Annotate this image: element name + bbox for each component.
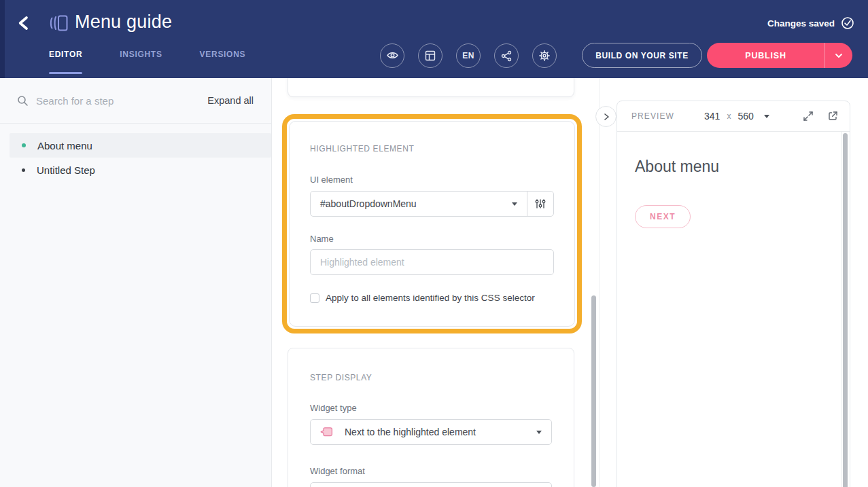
card-heading: STEP DISPLAY [310,373,552,382]
widget-format-label: Widget format [310,466,552,476]
back-chevron-icon [16,15,31,31]
tab-editor[interactable]: EDITOR [49,50,82,66]
preview-heading: PREVIEW [631,111,674,121]
language-button[interactable]: EN [456,43,481,68]
editor-scrollbar-thumb[interactable] [591,295,596,487]
preview-height-value: 560 [737,111,753,122]
dropdown-caret-icon [512,202,517,206]
back-button[interactable] [16,14,35,33]
highlighted-element-card: HIGHLIGHTED ELEMENT UI element #aboutDro… [289,121,575,327]
name-label: Name [310,234,554,244]
guide-title: Menu guide [75,12,172,33]
publish-dropdown-toggle[interactable] [824,43,852,68]
header-tabs: EDITOR INSIGHTS VERSIONS [49,50,245,66]
layout-icon [424,50,436,62]
widget-type-value: Next to the highlighted element [345,427,525,437]
card-heading: HIGHLIGHTED ELEMENT [310,144,554,154]
step-item-untitled-step[interactable]: Untitled Step [10,158,271,182]
apply-all-checkbox-row[interactable]: Apply to all elements identified by this… [310,293,554,303]
preview-header: PREVIEW 341 x 560 [617,101,850,132]
language-label: EN [462,51,474,60]
step-item-label: Untitled Step [37,164,95,176]
open-external-icon [827,110,839,122]
settings-gear-icon [538,50,551,62]
expand-all-link[interactable]: Expand all [207,95,254,106]
panel-divider [599,78,600,487]
open-external-button[interactable] [827,110,839,122]
expand-preview-icon [802,110,814,122]
step-item-about-menu[interactable]: About menu [10,133,271,158]
tooltip-widget-icon [319,425,334,439]
ui-element-select[interactable]: #aboutDropdownMenu [311,192,527,216]
step-search-input[interactable] [36,95,200,107]
apply-all-label: Apply to all elements identified by this… [326,293,535,303]
top-bar: Menu guide EDITOR INSIGHTS VERSIONS EN B… [0,0,868,78]
preview-viewport: About menu NEXT [617,132,850,228]
preview-size-select[interactable]: 341 x 560 [704,111,769,122]
layout-button[interactable] [418,43,442,68]
previous-settings-card [288,78,574,97]
preview-scrollbar-thumb[interactable] [843,133,848,487]
preview-collapse-button[interactable] [595,106,617,127]
preview-eye-icon [386,49,399,62]
window-edge [0,0,5,78]
steps-sidebar: Expand all About menu Untitled Step [0,78,272,487]
ui-element-select-group: #aboutDropdownMenu [310,191,554,217]
ui-element-label: UI element [310,175,554,185]
element-advanced-settings-button[interactable] [527,192,553,216]
tab-versions[interactable]: VERSIONS [200,50,246,66]
step-list: About menu Untitled Step [0,124,271,182]
publish-button[interactable]: PUBLISH [707,43,824,68]
expand-preview-button[interactable] [802,110,814,122]
dropdown-caret-icon [764,115,769,118]
advanced-sliders-icon [534,198,546,210]
publish-chevron-icon [834,52,844,59]
widget-type-select[interactable]: Next to the highlighted element [310,419,552,445]
check-circle-icon [841,16,854,30]
preview-step-title: About menu [635,158,832,176]
preview-size-separator: x [727,111,731,121]
highlighted-element-selection-outline: HIGHLIGHTED ELEMENT UI element #aboutDro… [282,114,582,333]
preview-width-value: 341 [704,111,720,122]
element-name-input[interactable] [310,249,554,275]
search-icon [17,95,29,107]
step-search-row: Expand all [0,78,271,124]
preview-panel: PREVIEW 341 x 560 About menu NEXT [617,101,850,487]
header-action-buttons: EN BUILD ON YOUR SITE [380,43,702,68]
preview-eye-button[interactable] [380,43,404,68]
ui-element-value: #aboutDropdownMenu [320,198,512,209]
tab-insights[interactable]: INSIGHTS [120,50,162,66]
preview-header-icons [802,110,839,122]
settings-button[interactable] [532,43,557,68]
publish-split-button: PUBLISH [707,43,852,68]
apply-all-checkbox[interactable] [310,293,319,303]
step-settings-panel: HIGHLIGHTED ELEMENT UI element #aboutDro… [272,78,617,487]
collapse-chevron-icon [602,112,611,122]
step-display-card: STEP DISPLAY Widget type Next to the hig… [288,348,574,487]
step-status-dot [22,143,26,147]
widget-type-label: Widget type [310,403,552,413]
step-item-label: About menu [37,140,92,151]
app-window: Menu guide EDITOR INSIGHTS VERSIONS EN B… [0,0,868,487]
build-on-your-site-button[interactable]: BUILD ON YOUR SITE [582,43,702,68]
dropdown-caret-icon [536,431,542,434]
step-status-dot [22,168,25,172]
preview-content-divider [841,132,842,487]
save-status: Changes saved [767,16,854,30]
widget-format-select[interactable]: Light [310,482,552,487]
share-button[interactable] [494,43,519,68]
app-logo-icon [48,12,69,34]
save-status-label: Changes saved [767,18,835,29]
preview-next-button[interactable]: NEXT [635,205,691,228]
share-icon [500,50,513,62]
